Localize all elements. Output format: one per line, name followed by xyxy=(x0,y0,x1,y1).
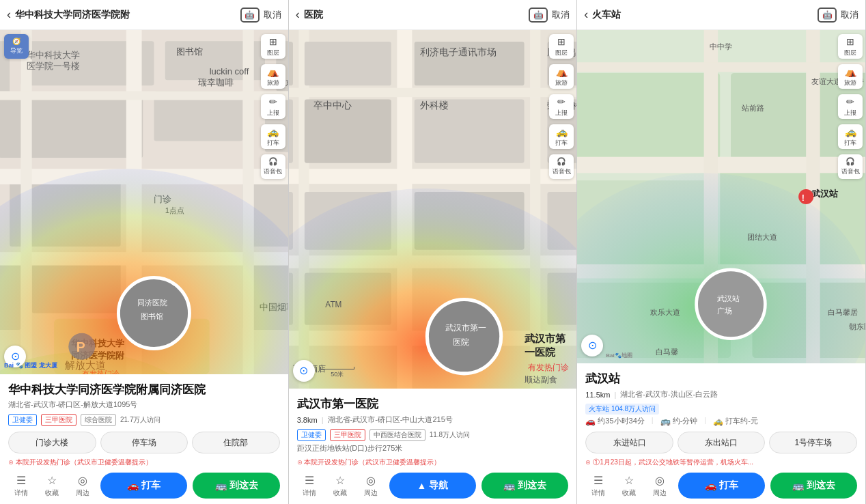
svg-text:白马馨居: 白马馨居 xyxy=(828,308,858,316)
robot-icon-2[interactable]: 🤖 xyxy=(529,8,548,23)
svg-text:luckin coff: luckin coff xyxy=(210,66,249,76)
dist-car-3: 🚗 约35小时34分 xyxy=(585,416,644,426)
nearby-icon-2: ◎ xyxy=(366,474,376,487)
taxi-icon-3: 🚗 xyxy=(705,480,716,491)
place-warning-1: ⊙ 本院开设发热门诊（武汉市卫健委温馨提示） xyxy=(8,458,280,473)
layer-btn-1[interactable]: ⊞ 图层 xyxy=(261,34,285,59)
search-title-2: 医院 xyxy=(304,9,525,21)
voice-btn-3[interactable]: 🎧 语音包 xyxy=(838,154,863,179)
action-parking-3[interactable]: 1号停车场 xyxy=(769,432,857,453)
nav-nearby-3[interactable]: ◎ 周边 xyxy=(647,474,673,498)
cancel-button-1[interactable]: 取消 xyxy=(264,9,281,21)
svg-text:顺达副食: 顺达副食 xyxy=(524,375,557,384)
tourism-btn-1[interactable]: ⛺ 旅游 xyxy=(261,64,285,89)
layer-btn-2[interactable]: ⊞ 图层 xyxy=(549,34,574,59)
nav-cta-btn2-nav[interactable]: ▲ 导航 xyxy=(389,473,476,499)
dist-bus-3: 🚌 约-分钟 xyxy=(660,416,698,426)
map-sidebar-1: ⊞ 图层 ⛺ 旅游 ✏ 上报 🚕 打车 🎧 语音包 xyxy=(261,34,285,179)
svg-text:医院: 医院 xyxy=(452,337,469,347)
taxi-icon-1: 🚗 xyxy=(127,480,139,491)
tourism-btn-3[interactable]: ⛺ 旅游 xyxy=(838,64,863,89)
svg-text:站前路: 站前路 xyxy=(742,104,764,112)
back-button-3[interactable]: ‹ xyxy=(584,8,588,22)
tourism-btn-2[interactable]: ⛺ 旅游 xyxy=(549,64,574,89)
action-east-exit-3[interactable]: 东出站口 xyxy=(678,432,766,453)
tag-jk-2: 卫健委 xyxy=(297,429,326,441)
tag-visits-1: 21.7万人访问 xyxy=(120,415,160,425)
place-title-2: 武汉市第一医院 xyxy=(297,397,569,412)
collect-label-1: 收藏 xyxy=(45,488,59,498)
back-button-1[interactable]: ‹ xyxy=(7,8,11,22)
map-area-3: 武汉市钢城 中中学 青馨居 工业区 友谊大道立交桥 站前路 武汉青山名站 武汉站… xyxy=(577,30,865,363)
taxi-icon-btn-1[interactable]: 🚕 打车 xyxy=(261,124,285,149)
nav-cta-btn-3[interactable]: 🚌 到这去 xyxy=(770,473,857,499)
top-bar-3: ‹ 火车站 🤖 取消 xyxy=(577,0,865,30)
locate-btn-2[interactable]: ⊙ xyxy=(293,360,315,382)
map-area-2: 利济电子通讯市场 中国移动 周黑鸭 荣华东村小区 卒中中心 外科楼 二号楼 六角… xyxy=(289,30,577,389)
guide-btn-1[interactable]: 🧭 导览 xyxy=(4,34,29,59)
voice-btn-2[interactable]: 🎧 语音包 xyxy=(549,154,574,179)
nav-collect-2[interactable]: ☆ 收藏 xyxy=(328,474,353,498)
svg-rect-20 xyxy=(0,91,288,100)
nav-nearby-1[interactable]: ◎ 周边 xyxy=(70,474,95,498)
nav-collect-1[interactable]: ☆ 收藏 xyxy=(39,474,64,498)
tag-visits-2: 11.8万人访问 xyxy=(430,430,470,440)
info-card-3: 武汉站 11.5km | 湖北省-武汉市-洪山区-白云路 火车站 104.8万人… xyxy=(577,363,865,473)
svg-text:武汉站: 武汉站 xyxy=(811,188,839,199)
dist-taxi-3: 🚕 打车约-元 xyxy=(713,416,758,426)
place-warning-3: ⊙ ①1月23日起，武汉公交地铁等暂停运营，机场火车... xyxy=(585,458,857,473)
report-btn-3[interactable]: ✏ 上报 xyxy=(838,94,863,119)
report-btn-2[interactable]: ✏ 上报 xyxy=(549,94,574,119)
cancel-button-2[interactable]: 取消 xyxy=(552,9,570,21)
detail-icon-3: ☰ xyxy=(593,474,603,487)
cancel-button-3[interactable]: 取消 xyxy=(841,9,858,21)
nav-detail-2[interactable]: ☰ 详情 xyxy=(297,474,322,498)
nearby-label-3: 周边 xyxy=(653,488,667,498)
svg-text:武汉市第一: 武汉市第一 xyxy=(445,323,486,333)
svg-rect-57 xyxy=(289,42,293,85)
nav-collect-3[interactable]: ☆ 收藏 xyxy=(616,474,641,498)
bus-icon-2: 🚌 xyxy=(503,480,515,491)
warning-icon-1: ⊙ xyxy=(8,458,16,466)
tag-type-1: 综合医院 xyxy=(81,414,116,426)
taxi-cta-btn-1[interactable]: 🚗 打车 xyxy=(100,473,187,499)
action-inpatient-1[interactable]: 住院部 xyxy=(192,432,280,453)
svg-text:广场: 广场 xyxy=(717,307,732,316)
back-button-2[interactable]: ‹ xyxy=(296,8,300,22)
detail-label-2: 详情 xyxy=(303,488,316,498)
svg-text:有发热门诊: 有发热门诊 xyxy=(527,363,568,372)
nav-nearby-2[interactable]: ◎ 周边 xyxy=(359,474,384,498)
panel-first-hospital: ‹ 医院 🤖 取消 xyxy=(289,0,578,504)
voice-btn-1[interactable]: 🎧 语音包 xyxy=(261,154,285,179)
bus-icon-3: 🚌 xyxy=(660,417,671,426)
top-bar-2: ‹ 医院 🤖 取消 xyxy=(289,0,577,30)
action-parking-1[interactable]: 停车场 xyxy=(100,432,188,453)
layer-btn-3[interactable]: ⊞ 图层 xyxy=(838,34,863,59)
collect-label-3: 收藏 xyxy=(622,488,636,498)
robot-icon-1[interactable]: 🤖 xyxy=(240,8,260,23)
taxi-cta-btn-3[interactable]: 🚗 打车 xyxy=(678,473,765,499)
place-actions-3: 东进站口 东出站口 1号停车场 xyxy=(585,432,857,453)
taxi-icon-btn-2[interactable]: 🚕 打车 xyxy=(549,124,574,149)
nav-detail-1[interactable]: ☰ 详情 xyxy=(8,474,33,498)
taxi-dist-icon-3: 🚕 xyxy=(713,417,723,426)
svg-rect-58 xyxy=(305,42,391,85)
action-east-entry-3[interactable]: 东进站口 xyxy=(585,432,673,453)
detail-icon-2: ☰ xyxy=(305,474,314,487)
top-bar-1: ‹ 华中科技大学同济医学院附 🤖 取消 xyxy=(0,0,288,30)
nav-cta-btn-1[interactable]: 🚌 到这去 xyxy=(193,473,279,499)
taxi-icon-btn-3[interactable]: 🚕 打车 xyxy=(838,124,863,149)
cta-area-2: ☰ 详情 ☆ 收藏 ◎ 周边 ▲ 导航 🚌 到这去 xyxy=(289,473,577,504)
svg-rect-106 xyxy=(577,62,865,72)
nav-cta-btn-2[interactable]: 🚌 到这去 xyxy=(481,473,568,499)
nav-detail-3[interactable]: ☰ 详情 xyxy=(585,474,611,498)
action-outpatient-1[interactable]: 门诊大楼 xyxy=(8,432,96,453)
map-bg-3: 武汉市钢城 中中学 青馨居 工业区 友谊大道立交桥 站前路 武汉青山名站 武汉站… xyxy=(577,30,865,363)
meta-row-3: 11.5km | 湖北省-武汉市-洪山区-白云路 xyxy=(585,389,857,400)
svg-text:一医院: 一医院 xyxy=(524,346,555,358)
svg-text:图书馆: 图书馆 xyxy=(141,312,163,320)
report-btn-1[interactable]: ✏ 上报 xyxy=(261,94,285,119)
robot-icon-3[interactable]: 🤖 xyxy=(818,8,837,23)
tag-jiankang-1: 卫健委 xyxy=(8,414,37,426)
place-title-1: 华中科技大学同济医学院附属同济医院 xyxy=(8,382,280,397)
